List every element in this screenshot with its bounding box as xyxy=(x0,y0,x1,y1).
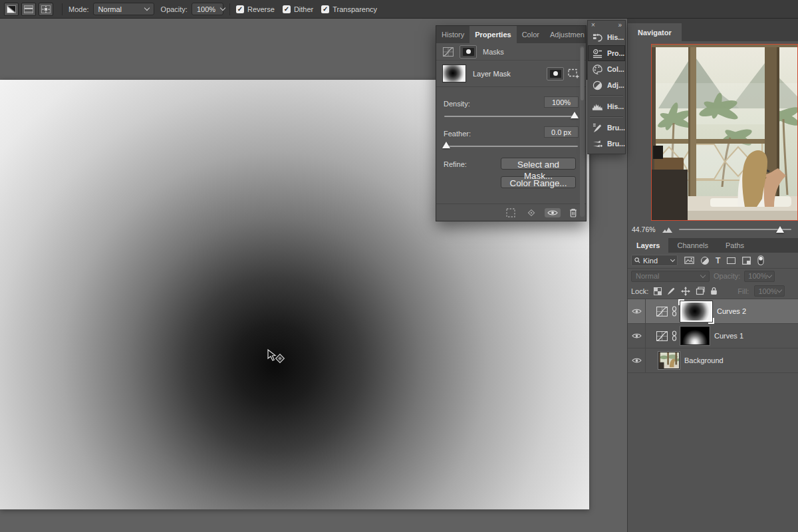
layer-row-curves-1[interactable]: Curves 1 xyxy=(628,324,798,348)
opacity-dropdown[interactable]: 100% xyxy=(192,3,223,15)
dock-item-label: Col... xyxy=(607,65,624,73)
transparency-checkbox[interactable]: ✓ Transparency xyxy=(321,5,377,13)
visibility-toggle[interactable] xyxy=(628,348,646,372)
layer-mask-label: Layer Mask xyxy=(473,70,511,78)
load-selection-from-mask-button[interactable] xyxy=(503,207,518,219)
layer-mask-preview-thumbnail[interactable] xyxy=(442,65,466,82)
properties-tabstrip: History Properties Color Adjustmen » ≡ xyxy=(436,26,586,43)
curves-adjustment-icon[interactable] xyxy=(655,307,668,317)
dock-item-label: Bru... xyxy=(607,124,625,132)
layer-mask-thumbnail[interactable] xyxy=(680,327,710,345)
properties-scrollbar[interactable] xyxy=(580,46,585,217)
visibility-toggle[interactable] xyxy=(628,299,646,323)
filter-toggle-switch[interactable] xyxy=(757,255,764,265)
toolbar-divider xyxy=(62,3,63,15)
lock-transparency-icon[interactable] xyxy=(654,287,662,295)
expand-panels-icon[interactable]: » xyxy=(618,22,622,29)
close-icon[interactable]: × xyxy=(591,22,595,29)
zoom-percentage-field[interactable]: 44.76% xyxy=(628,225,657,233)
curves-adjustment-icon[interactable] xyxy=(655,331,668,341)
dock-item-histogram[interactable]: His... xyxy=(588,98,625,114)
mask-link-icon[interactable] xyxy=(668,331,680,341)
color-range-button[interactable]: Color Range... xyxy=(501,176,576,188)
feather-slider-track[interactable] xyxy=(444,146,578,147)
tab-paths[interactable]: Paths xyxy=(717,238,753,253)
select-and-mask-button[interactable]: Select and Mask... xyxy=(501,158,576,170)
dock-item-color[interactable]: Col... xyxy=(588,61,625,77)
lock-artboard-icon[interactable] xyxy=(696,287,705,295)
apply-mask-button[interactable] xyxy=(524,207,539,219)
tab-channels[interactable]: Channels xyxy=(668,238,716,253)
tab-properties[interactable]: Properties xyxy=(469,26,516,43)
chevron-down-icon xyxy=(700,272,706,277)
dither-checkbox[interactable]: ✓ Dither xyxy=(283,5,313,13)
brush-settings-icon xyxy=(592,123,603,133)
filter-smart-object-icon[interactable] xyxy=(742,257,751,265)
gradient-tool-preset-button[interactable] xyxy=(4,3,19,16)
density-slider-thumb[interactable] xyxy=(571,112,579,118)
density-label: Density: xyxy=(444,100,470,108)
filter-pixel-layers-icon[interactable] xyxy=(684,257,694,264)
density-value-field[interactable]: 100% xyxy=(544,96,579,108)
reverse-label: Reverse xyxy=(247,5,275,13)
select-mask-button[interactable] xyxy=(547,67,564,80)
tab-adjustments[interactable]: Adjustmen xyxy=(545,26,586,43)
reverse-checkbox[interactable]: ✓ Reverse xyxy=(236,5,275,13)
layer-name[interactable]: Background xyxy=(684,356,724,364)
lock-position-move-icon[interactable] xyxy=(681,287,690,296)
blend-mode-dropdown[interactable]: Normal xyxy=(631,271,710,282)
mode-dropdown[interactable]: Normal xyxy=(93,3,154,15)
dock-item-brushes[interactable]: Bru... xyxy=(588,136,625,152)
dock-item-history[interactable]: His... xyxy=(588,29,625,45)
layer-mask-thumbnail-selected[interactable] xyxy=(680,301,712,322)
layer-name[interactable]: Curves 1 xyxy=(714,332,743,340)
tab-history[interactable]: History xyxy=(436,26,469,43)
eye-icon xyxy=(632,357,642,364)
filter-adjustment-layers-icon[interactable] xyxy=(701,257,709,265)
checkbox-box: ✓ xyxy=(236,5,244,13)
layers-opacity-value: 100% xyxy=(748,272,767,280)
zoom-out-mountains-icon[interactable] xyxy=(662,227,672,233)
eye-icon xyxy=(547,209,558,216)
density-control: Density: 100% xyxy=(444,96,579,126)
layers-opacity-field[interactable]: 100% xyxy=(744,271,775,282)
chevron-down-icon xyxy=(144,5,149,11)
mode-value: Normal xyxy=(98,5,122,13)
lock-all-padlock-icon[interactable] xyxy=(710,287,718,295)
feather-slider-thumb[interactable] xyxy=(442,142,450,148)
layers-tab-label: Layers xyxy=(636,241,660,249)
visibility-toggle[interactable] xyxy=(628,324,646,348)
dock-item-brush-settings[interactable]: Bru... xyxy=(588,120,625,136)
adjustments-icon xyxy=(592,80,603,90)
delete-mask-button[interactable] xyxy=(567,207,580,219)
lock-row: Lock: xyxy=(628,283,798,299)
tab-layers[interactable]: Layers xyxy=(628,238,668,253)
toggle-mask-visibility-button[interactable] xyxy=(545,208,561,217)
layer-name[interactable]: Curves 2 xyxy=(717,307,746,315)
dock-item-properties[interactable]: Pro... xyxy=(588,45,625,61)
mask-icon xyxy=(463,48,474,56)
fill-field[interactable]: 100% xyxy=(754,285,785,297)
layer-row-background[interactable]: Background xyxy=(628,348,798,373)
background-layer-thumbnail[interactable] xyxy=(658,352,680,369)
navigator-proxy-view[interactable] xyxy=(651,44,798,221)
gradient-preview-button[interactable] xyxy=(21,3,36,16)
tab-color[interactable]: Color xyxy=(517,26,545,43)
filter-kind-dropdown[interactable]: Kind xyxy=(631,255,678,266)
gradient-type-button[interactable] xyxy=(39,3,53,16)
layer-row-curves-2[interactable]: Curves 2 xyxy=(628,299,798,324)
density-slider-track[interactable] xyxy=(444,116,578,117)
add-vector-mask-icon[interactable] xyxy=(568,68,580,79)
mask-mode-button-selected[interactable] xyxy=(460,45,477,59)
feather-value-field[interactable]: 0.0 px xyxy=(544,126,579,138)
mask-link-icon[interactable] xyxy=(668,306,680,317)
zoom-slider-thumb[interactable] xyxy=(776,226,784,233)
color-palette-icon xyxy=(592,65,603,74)
filter-shape-layers-icon[interactable] xyxy=(727,257,735,264)
filter-type-layers-icon[interactable]: T xyxy=(716,257,720,265)
lock-pixels-brush-icon[interactable] xyxy=(667,287,676,295)
tab-navigator[interactable]: Navigator xyxy=(628,23,682,41)
pixel-mask-mode-icon[interactable] xyxy=(443,47,454,57)
navigator-zoom-slider[interactable] xyxy=(679,229,791,230)
dock-item-adjustments[interactable]: Adj... xyxy=(588,77,625,93)
